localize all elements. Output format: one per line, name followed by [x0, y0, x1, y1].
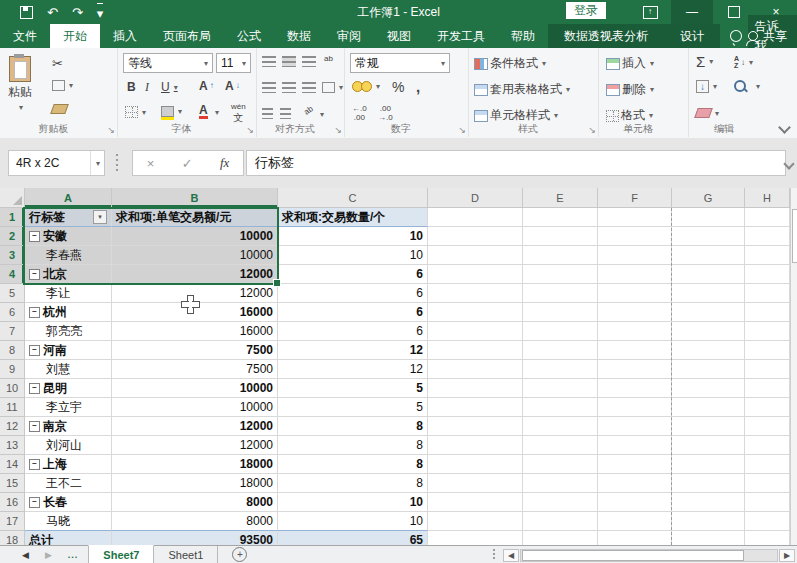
cell-B15[interactable]: 18000 — [112, 474, 278, 493]
cell-A18[interactable]: 总计 — [25, 531, 112, 545]
cell-E18[interactable] — [523, 531, 598, 545]
cell-B18[interactable]: 93500 — [112, 531, 278, 545]
row-header-6[interactable]: 6 — [0, 303, 25, 322]
cell-C9[interactable]: 12 — [278, 360, 428, 379]
format-painter-button[interactable] — [52, 104, 67, 114]
cell-E1[interactable] — [523, 208, 598, 227]
decrease-decimal-button[interactable]: .00→.0 — [378, 104, 393, 122]
cell-C14[interactable]: 8 — [278, 455, 428, 474]
cell-A2[interactable]: −安徽 — [25, 227, 112, 246]
row-header-3[interactable]: 3 — [0, 246, 25, 265]
col-header-E[interactable]: E — [523, 188, 598, 208]
more-sheets-button[interactable]: ... — [68, 550, 79, 560]
cell-C18[interactable]: 65 — [278, 531, 428, 545]
orientation-button[interactable]: ab — [302, 104, 314, 116]
cell-G6[interactable] — [672, 303, 745, 322]
cell-D18[interactable] — [428, 531, 523, 545]
cell-E2[interactable] — [523, 227, 598, 246]
insert-cells-button[interactable]: 插入▾ — [606, 55, 654, 72]
cell-G18[interactable] — [672, 531, 745, 545]
sheet-tab-Sheet7[interactable]: Sheet7 — [88, 545, 154, 563]
cell-E3[interactable] — [523, 246, 598, 265]
tab-公式[interactable]: 公式 — [224, 24, 274, 48]
align-right-button[interactable] — [302, 82, 316, 93]
cell-F16[interactable] — [598, 493, 672, 512]
decrease-indent-button[interactable] — [262, 108, 273, 119]
cell-A11[interactable]: 李立宇 — [25, 398, 112, 417]
cell-F1[interactable] — [598, 208, 672, 227]
cut-button[interactable]: ✂ — [52, 56, 63, 71]
cell-D2[interactable] — [428, 227, 523, 246]
cell-F10[interactable] — [598, 379, 672, 398]
wrap-text-button[interactable]: ab — [324, 54, 333, 63]
cell-H16[interactable] — [745, 493, 790, 512]
cell-A9[interactable]: 刘慧 — [25, 360, 112, 379]
cell-A1[interactable]: 行标签▾ — [25, 208, 112, 227]
cell-D12[interactable] — [428, 417, 523, 436]
collapse-minus-icon[interactable]: − — [29, 307, 40, 318]
cell-D10[interactable] — [428, 379, 523, 398]
cell-G2[interactable] — [672, 227, 745, 246]
cell-H15[interactable] — [745, 474, 790, 493]
tab-数据[interactable]: 数据 — [274, 24, 324, 48]
cell-G15[interactable] — [672, 474, 745, 493]
cell-C16[interactable]: 10 — [278, 493, 428, 512]
cell-F17[interactable] — [598, 512, 672, 531]
collapse-minus-icon[interactable]: − — [29, 383, 40, 394]
cell-F2[interactable] — [598, 227, 672, 246]
cell-F9[interactable] — [598, 360, 672, 379]
cell-A7[interactable]: 郭亮亮 — [25, 322, 112, 341]
cell-H6[interactable] — [745, 303, 790, 322]
cell-D6[interactable] — [428, 303, 523, 322]
cell-C13[interactable]: 8 — [278, 436, 428, 455]
cell-H5[interactable] — [745, 284, 790, 303]
cell-B12[interactable]: 12000 — [112, 417, 278, 436]
cell-G3[interactable] — [672, 246, 745, 265]
horizontal-scrollbar[interactable] — [520, 549, 778, 562]
align-left-button[interactable] — [262, 82, 276, 93]
new-sheet-button[interactable]: + — [232, 546, 247, 563]
cell-D1[interactable] — [428, 208, 523, 227]
cell-B14[interactable]: 18000 — [112, 455, 278, 474]
cell-F8[interactable] — [598, 341, 672, 360]
cell-F4[interactable] — [598, 265, 672, 284]
cell-B17[interactable]: 8000 — [112, 512, 278, 531]
tab-开发工具[interactable]: 开发工具 — [424, 24, 498, 48]
cell-G14[interactable] — [672, 455, 745, 474]
italic-button[interactable]: I — [145, 80, 149, 95]
cell-D5[interactable] — [428, 284, 523, 303]
cell-B5[interactable]: 12000 — [112, 284, 278, 303]
cell-B8[interactable]: 7500 — [112, 341, 278, 360]
col-header-G[interactable]: G — [672, 188, 745, 208]
cell-B11[interactable]: 10000 — [112, 398, 278, 417]
cell-B13[interactable]: 12000 — [112, 436, 278, 455]
number-dialog-launcher-icon[interactable]: ↘ — [458, 126, 466, 135]
conditional-formatting-button[interactable]: 条件格式▾ — [474, 55, 546, 72]
find-select-button[interactable]: ▾ — [734, 80, 760, 92]
cell-H11[interactable] — [745, 398, 790, 417]
cell-H13[interactable] — [745, 436, 790, 455]
row-header-18[interactable]: 18 — [0, 531, 25, 545]
sort-filter-button[interactable]: AZ↓▾ — [734, 55, 753, 69]
comma-style-button[interactable]: , — [416, 78, 420, 95]
row-header-7[interactable]: 7 — [0, 322, 25, 341]
insert-function-icon[interactable]: fx — [220, 155, 229, 171]
autosum-button[interactable]: Σ▾ — [696, 53, 713, 70]
col-header-D[interactable]: D — [428, 188, 523, 208]
cell-H7[interactable] — [745, 322, 790, 341]
row-header-13[interactable]: 13 — [0, 436, 25, 455]
cell-H14[interactable] — [745, 455, 790, 474]
cell-E8[interactable] — [523, 341, 598, 360]
cell-G12[interactable] — [672, 417, 745, 436]
col-header-F[interactable]: F — [598, 188, 672, 208]
middle-align-button[interactable] — [282, 56, 296, 67]
cell-G8[interactable] — [672, 341, 745, 360]
tab-数据透视表分析[interactable]: 数据透视表分析 — [548, 24, 664, 48]
cell-G7[interactable] — [672, 322, 745, 341]
cell-F7[interactable] — [598, 322, 672, 341]
fill-color-button[interactable]: ▾ — [161, 106, 182, 117]
col-header-A[interactable]: A — [25, 188, 112, 208]
tab-splitter-handle[interactable] — [493, 549, 495, 561]
cell-E4[interactable] — [523, 265, 598, 284]
cell-C8[interactable]: 12 — [278, 341, 428, 360]
